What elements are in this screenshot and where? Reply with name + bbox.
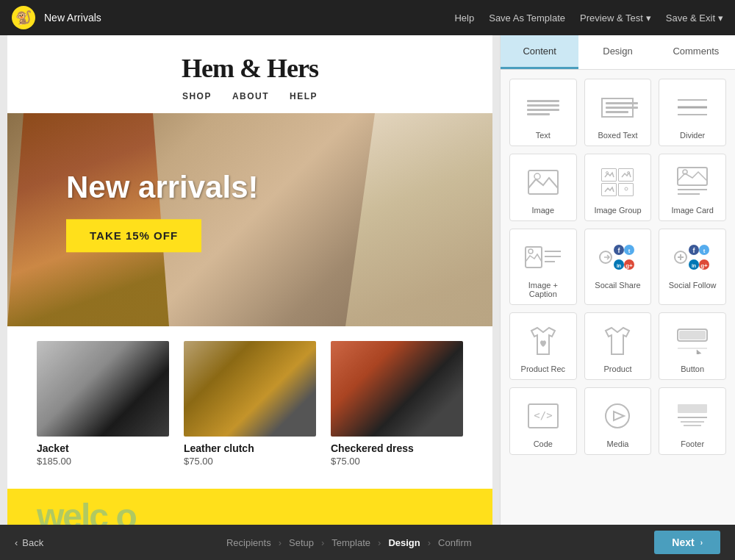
- email-preview: Hem & Hers SHOP ABOUT HELP New arrivals!…: [0, 35, 500, 525]
- footer-label: Footer: [681, 439, 704, 448]
- product-label: Product: [604, 365, 632, 373]
- tab-design[interactable]: Design: [578, 35, 656, 69]
- nav-link-about[interactable]: ABOUT: [232, 91, 269, 101]
- button-label: Button: [681, 365, 704, 373]
- step-template[interactable]: Template: [331, 537, 370, 548]
- block-image-caption[interactable]: Image + Caption: [509, 229, 577, 305]
- image-caption-label: Image + Caption: [516, 281, 570, 298]
- media-label: Media: [607, 439, 629, 448]
- svg-text:g+: g+: [626, 262, 634, 269]
- app-title: New Arrivals: [44, 12, 101, 24]
- text-block-icon: [520, 88, 567, 126]
- step-confirm[interactable]: Confirm: [438, 537, 472, 548]
- email-header: Hem & Hers SHOP ABOUT HELP: [7, 35, 492, 113]
- svg-point-13: [528, 249, 533, 254]
- product-rec-icon: [520, 322, 567, 360]
- hero-cta-button[interactable]: TAKE 15% OFF: [66, 219, 201, 252]
- block-product-rec[interactable]: Product Rec: [509, 312, 577, 380]
- mailchimp-logo: 🐒: [12, 6, 35, 29]
- product-price: $185.00: [37, 456, 169, 467]
- products-grid: Jacket $185.00 Leather clutch $75.00 Che…: [37, 341, 463, 467]
- back-button[interactable]: ‹ Back: [15, 537, 43, 548]
- panel-tabs: Content Design Comments: [501, 35, 735, 70]
- svg-marker-40: [697, 350, 701, 354]
- jacket-image: [37, 341, 169, 437]
- product-icon: [594, 322, 641, 360]
- svg-marker-44: [614, 412, 624, 420]
- content-blocks: Text Boxed Text: [501, 70, 735, 525]
- block-media[interactable]: Media: [584, 387, 652, 455]
- product-price: $75.00: [331, 456, 463, 467]
- preview-test-link[interactable]: Preview & Test ▾: [580, 12, 651, 24]
- clutch-image: [184, 341, 316, 437]
- image-group-icon: [594, 163, 641, 201]
- bag-right-image: [345, 113, 492, 326]
- social-share-icon: f t in g+: [594, 238, 641, 276]
- image-block-icon: [520, 163, 567, 201]
- button-block-icon: [669, 322, 716, 360]
- product-name: Leather clutch: [184, 442, 316, 454]
- step-sep-4: ›: [428, 537, 431, 548]
- top-nav-right: Help Save As Template Preview & Test ▾ S…: [454, 12, 723, 24]
- social-share-label: Socail Share: [595, 281, 640, 290]
- product-name: Checkered dress: [331, 442, 463, 454]
- dress-image: [331, 341, 463, 437]
- boxed-text-icon: [594, 88, 641, 126]
- boxed-text-label: Boxed Text: [598, 131, 637, 140]
- block-social-follow[interactable]: f t in g+ Social Follow: [659, 229, 726, 305]
- chevron-right-icon: ›: [700, 539, 703, 547]
- product-item: Leather clutch $75.00: [184, 341, 316, 467]
- block-image[interactable]: Image: [509, 154, 577, 221]
- divider-label: Divider: [680, 131, 705, 140]
- step-sep-2: ›: [321, 537, 324, 548]
- bottom-bar: ‹ Back Recipients › Setup › Template › D…: [0, 525, 735, 560]
- step-recipients[interactable]: Recipients: [226, 537, 271, 548]
- save-template-link[interactable]: Save As Template: [489, 12, 565, 24]
- next-button[interactable]: Next ›: [654, 531, 720, 554]
- block-footer[interactable]: Footer: [659, 387, 726, 455]
- blocks-grid: Text Boxed Text: [509, 79, 726, 455]
- product-price: $75.00: [184, 456, 316, 467]
- svg-text:in: in: [617, 263, 621, 268]
- save-exit-link[interactable]: Save & Exit ▾: [666, 12, 723, 24]
- text-block-label: Text: [536, 131, 551, 140]
- help-link[interactable]: Help: [454, 12, 474, 24]
- block-image-card[interactable]: Image Card: [659, 154, 726, 221]
- block-divider[interactable]: Divider: [659, 79, 726, 146]
- image-card-icon: [669, 163, 716, 201]
- step-setup[interactable]: Setup: [289, 537, 314, 548]
- block-button[interactable]: Button: [659, 312, 726, 380]
- svg-point-7: [625, 187, 628, 190]
- product-rec-label: Product Rec: [521, 365, 566, 373]
- block-boxed-text[interactable]: Boxed Text: [584, 79, 652, 146]
- block-image-group[interactable]: Image Group: [584, 154, 652, 221]
- breadcrumb-nav: Recipients › Setup › Template › Design ›…: [226, 537, 472, 548]
- block-text[interactable]: Text: [509, 79, 577, 146]
- block-code[interactable]: </> Code: [509, 387, 577, 455]
- hero-section: New arrivals! TAKE 15% OFF: [7, 113, 492, 326]
- svg-text:</>: </>: [534, 409, 552, 421]
- svg-point-4: [534, 173, 540, 179]
- product-item: Checkered dress $75.00: [331, 341, 463, 467]
- tab-comments[interactable]: Comments: [657, 35, 735, 69]
- product-item: Jacket $185.00: [37, 341, 169, 467]
- social-follow-icon: f t in g+: [669, 238, 716, 276]
- svg-text:in: in: [692, 263, 696, 268]
- product-name: Jacket: [37, 442, 169, 454]
- block-product[interactable]: Product: [584, 312, 652, 380]
- nav-link-help[interactable]: HELP: [290, 91, 318, 101]
- hero-headline: New arrivals!: [66, 170, 258, 204]
- tab-content[interactable]: Content: [501, 35, 578, 69]
- step-design[interactable]: Design: [388, 537, 420, 548]
- block-social-share[interactable]: f t in g+ Socail Share: [584, 229, 652, 305]
- image-group-label: Image Group: [594, 206, 641, 215]
- email-canvas: Hem & Hers SHOP ABOUT HELP New arrivals!…: [7, 35, 492, 525]
- svg-point-5: [606, 172, 608, 174]
- chevron-down-icon: ▾: [646, 12, 651, 24]
- email-nav-links: SHOP ABOUT HELP: [22, 91, 478, 101]
- svg-point-6: [627, 172, 629, 174]
- svg-rect-38: [679, 331, 706, 340]
- nav-link-shop[interactable]: SHOP: [182, 91, 212, 101]
- hero-background: New arrivals! TAKE 15% OFF: [7, 113, 492, 326]
- svg-rect-45: [678, 404, 707, 413]
